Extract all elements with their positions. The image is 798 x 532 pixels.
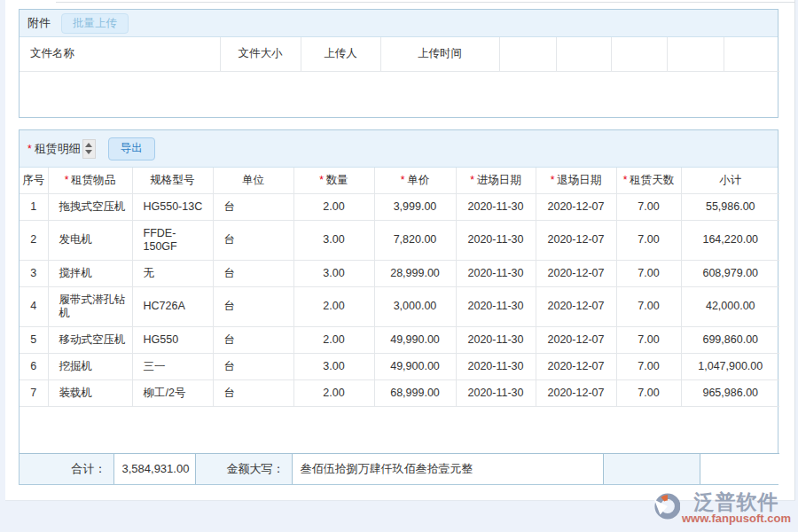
- total-label: 合计：: [20, 453, 113, 484]
- table-cell: 699,860.00: [681, 326, 779, 353]
- column-header-label: 租赁天数: [630, 174, 674, 186]
- amount-words-label: 金额大写：: [195, 453, 292, 484]
- column-header-label: 租赁物品: [71, 174, 115, 186]
- footer-empty-cell: [603, 453, 700, 484]
- top-divider: [56, 2, 795, 3]
- table-cell: 2020-12-07: [536, 286, 616, 326]
- table-cell: 2020-12-07: [536, 193, 616, 220]
- column-header: 序号: [20, 168, 48, 193]
- table-cell: 2020-12-07: [536, 353, 616, 379]
- table-row: 2发电机FFDE-150GF台3.007,820.002020-11-30202…: [20, 220, 779, 260]
- table-cell: 履带式潜孔钻机: [48, 286, 132, 326]
- table-cell: 3,000.00: [374, 286, 456, 326]
- table-cell: 台: [213, 260, 293, 286]
- table-cell: 2020-12-07: [536, 260, 616, 286]
- table-cell: 挖掘机: [48, 353, 132, 379]
- table-cell: 3,999.00: [374, 193, 456, 220]
- column-header: [667, 37, 724, 71]
- content-card: 附件 批量上传 文件名称文件大小上传人上传时间 * 租赁明细 导出: [5, 0, 795, 501]
- column-header-label: 退场日期: [557, 174, 601, 186]
- table-cell: 7.00: [616, 326, 681, 353]
- table-cell: 柳工/2号: [132, 379, 213, 406]
- table-row: 5移动式空压机HG550台2.0049,990.002020-11-302020…: [20, 326, 779, 353]
- table-cell: 164,220.00: [681, 220, 779, 260]
- required-asterisk: *: [27, 143, 32, 155]
- table-cell: 49,900.00: [374, 353, 456, 379]
- column-header-label: 单位: [242, 174, 264, 186]
- required-asterisk: *: [65, 174, 69, 186]
- table-row: 6挖掘机三一台3.0049,900.002020-11-302020-12-07…: [20, 353, 779, 379]
- batch-upload-button[interactable]: 批量上传: [61, 13, 129, 34]
- column-header: 文件名称: [20, 37, 220, 71]
- table-cell: 2.00: [293, 326, 374, 353]
- table-cell: 55,986.00: [681, 193, 779, 220]
- table-cell: HG550: [132, 326, 213, 353]
- table-cell: 7.00: [616, 260, 681, 286]
- table-cell: 4: [20, 286, 48, 326]
- column-header: *租赁天数: [616, 168, 681, 193]
- chevron-down-icon[interactable]: [85, 150, 92, 154]
- column-header: 规格型号: [132, 168, 213, 193]
- column-header-label: 上传时间: [418, 47, 462, 59]
- column-header: *退场日期: [536, 168, 616, 193]
- required-asterisk: *: [319, 174, 324, 186]
- rental-details-section: * 租赁明细 导出 序号*租赁物品规格型号单位*数量*单价*进场日期*退场日期*…: [19, 129, 778, 485]
- watermark-url-text: www.fanpusoft.com: [682, 512, 791, 525]
- vendor-watermark: 泛普软件 www.fanpusoft.com: [653, 491, 791, 525]
- attachments-header-bar: 附件 批量上传: [20, 10, 778, 37]
- table-cell: 移动式空压机: [48, 326, 132, 353]
- table-cell: 965,986.00: [681, 379, 779, 406]
- table-cell: 3.00: [293, 220, 374, 260]
- table-cell: 42,000.00: [681, 286, 779, 326]
- table-cell: 台: [213, 286, 293, 326]
- table-cell: 搅拌机: [48, 260, 132, 286]
- export-button[interactable]: 导出: [108, 137, 155, 160]
- column-header: [556, 37, 611, 71]
- chevron-up-icon[interactable]: [85, 143, 92, 147]
- table-cell: 608,979.00: [681, 260, 779, 286]
- column-header-label: 文件名称: [30, 47, 74, 59]
- table-cell: 28,999.00: [374, 260, 456, 286]
- column-header: *进场日期: [456, 168, 536, 193]
- rental-title: 租赁明细: [35, 141, 81, 157]
- column-header: 上传时间: [380, 37, 499, 71]
- column-header-label: 规格型号: [151, 174, 195, 186]
- table-cell: 台: [213, 326, 293, 353]
- table-cell: 7.00: [616, 286, 681, 326]
- column-header: 小计: [681, 168, 779, 193]
- table-cell: 1,047,900.00: [681, 353, 779, 379]
- table-cell: 2020-11-30: [456, 220, 536, 260]
- rental-detail-stepper[interactable]: [82, 139, 96, 159]
- column-header-label: 数量: [326, 174, 348, 186]
- attachments-header-row: 文件名称文件大小上传人上传时间: [20, 37, 779, 71]
- column-header: *单价: [374, 168, 456, 193]
- attachments-empty-area: [20, 72, 778, 118]
- table-cell: 2020-12-07: [536, 379, 616, 406]
- column-header: 上传人: [301, 37, 380, 71]
- table-cell: 7,820.00: [374, 220, 456, 260]
- table-cell: 2.00: [293, 286, 374, 326]
- column-header-label: 小计: [719, 174, 741, 186]
- table-cell: 台: [213, 379, 293, 406]
- attachments-section: 附件 批量上传 文件名称文件大小上传人上传时间: [19, 9, 778, 118]
- table-row: 7装载机柳工/2号台2.0068,999.002020-11-302020-12…: [20, 379, 779, 406]
- required-asterisk: *: [551, 174, 555, 186]
- rental-header-bar: * 租赁明细 导出: [20, 130, 778, 168]
- table-row: 3搅拌机无台3.0028,999.002020-11-302020-12-077…: [20, 260, 779, 286]
- table-cell: 2020-11-30: [456, 326, 536, 353]
- table-cell: 7.00: [616, 193, 681, 220]
- rental-table-body: 1拖拽式空压机HG550-13C台2.003,999.002020-11-302…: [20, 193, 779, 406]
- amount-words-value: 叁佰伍拾捌万肆仟玖佰叁拾壹元整: [292, 453, 603, 484]
- table-cell: 2.00: [293, 379, 374, 406]
- table-cell: 7.00: [616, 379, 681, 406]
- table-cell: HG550-13C: [132, 193, 213, 220]
- table-cell: 装载机: [48, 379, 132, 406]
- rental-empty-area: [20, 407, 778, 453]
- column-header: [724, 37, 779, 71]
- table-cell: 台: [213, 353, 293, 379]
- table-cell: 发电机: [48, 220, 132, 260]
- column-header-label: 进场日期: [477, 174, 521, 186]
- table-cell: 2020-11-30: [456, 379, 536, 406]
- watermark-brand-text: 泛普软件: [682, 491, 791, 512]
- table-cell: 7.00: [616, 220, 681, 260]
